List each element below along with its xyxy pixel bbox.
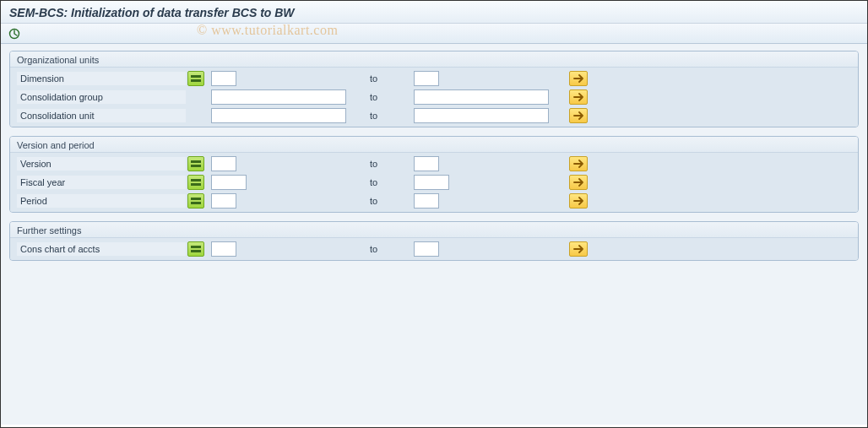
label-consolidation-group: Consolidation group — [17, 90, 186, 104]
svg-rect-2 — [191, 79, 201, 82]
multiple-selection-icon[interactable] — [569, 241, 588, 257]
to-label: to — [363, 92, 414, 102]
multiple-selection-icon[interactable] — [569, 156, 588, 171]
group-title-version-and-period: Version and period — [10, 137, 858, 153]
group-further-settings: Further settings Cons chart of accts to — [9, 221, 859, 261]
svg-rect-4 — [191, 165, 201, 167]
group-title-organizational-units: Organizational units — [10, 51, 858, 68]
execute-icon[interactable] — [8, 27, 21, 41]
multiple-selection-icon[interactable] — [569, 175, 588, 190]
row-period: Period to — [10, 192, 858, 210]
to-label: to — [363, 159, 414, 169]
svg-rect-8 — [191, 202, 201, 204]
label-cons-chart-of-accts: Cons chart of accts — [17, 242, 186, 256]
svg-rect-10 — [191, 250, 201, 252]
fiscal-year-to-input[interactable] — [414, 175, 449, 190]
consolidation-unit-to-input[interactable] — [414, 108, 549, 123]
to-label: to — [363, 244, 414, 254]
row-dimension: Dimension to — [10, 69, 858, 88]
select-options-icon[interactable] — [187, 71, 204, 86]
consolidation-group-to-input[interactable] — [414, 89, 549, 105]
multiple-selection-icon[interactable] — [569, 108, 588, 123]
label-dimension: Dimension — [17, 72, 186, 85]
svg-rect-1 — [191, 75, 201, 78]
to-label: to — [363, 177, 414, 187]
select-options-icon[interactable] — [187, 193, 204, 209]
consolidation-group-from-input[interactable] — [211, 89, 346, 105]
to-label: to — [363, 111, 414, 121]
label-fiscal-year: Fiscal year — [17, 176, 186, 189]
fiscal-year-from-input[interactable] — [211, 175, 247, 190]
label-version: Version — [17, 157, 186, 171]
row-consolidation-group: Consolidation group to — [10, 88, 858, 106]
consolidation-unit-from-input[interactable] — [211, 108, 346, 123]
row-consolidation-unit: Consolidation unit to — [10, 106, 858, 125]
row-fiscal-year: Fiscal year to — [10, 173, 858, 192]
version-to-input[interactable] — [414, 156, 439, 171]
row-cons-chart-of-accts: Cons chart of accts to — [10, 240, 858, 258]
to-label: to — [363, 196, 414, 206]
svg-rect-9 — [191, 246, 201, 248]
select-options-icon[interactable] — [187, 156, 204, 171]
svg-rect-7 — [191, 198, 201, 200]
multiple-selection-icon[interactable] — [569, 193, 588, 209]
group-organizational-units: Organizational units Dimension to Consol… — [9, 51, 859, 127]
svg-rect-6 — [191, 183, 201, 186]
svg-rect-3 — [191, 160, 201, 163]
svg-rect-5 — [191, 179, 201, 181]
select-options-icon[interactable] — [187, 241, 204, 257]
content-area: Organizational units Dimension to Consol… — [1, 44, 867, 425]
period-to-input[interactable] — [414, 193, 439, 209]
dimension-to-input[interactable] — [414, 71, 439, 86]
dimension-from-input[interactable] — [211, 71, 236, 86]
group-title-further-settings: Further settings — [10, 222, 858, 238]
multiple-selection-icon[interactable] — [569, 71, 588, 86]
cons-chart-to-input[interactable] — [414, 241, 439, 257]
application-toolbar — [1, 24, 867, 44]
page-title: SEM-BCS: Initialization of data transfer… — [1, 1, 867, 24]
period-from-input[interactable] — [211, 193, 236, 209]
to-label: to — [363, 73, 414, 84]
version-from-input[interactable] — [211, 156, 236, 171]
cons-chart-from-input[interactable] — [211, 241, 236, 257]
multiple-selection-icon[interactable] — [569, 89, 588, 105]
row-version: Version to — [10, 154, 858, 173]
group-version-and-period: Version and period Version to Fiscal yea… — [9, 136, 859, 213]
select-options-icon[interactable] — [187, 175, 204, 190]
label-period: Period — [17, 194, 186, 208]
label-consolidation-unit: Consolidation unit — [17, 109, 186, 122]
